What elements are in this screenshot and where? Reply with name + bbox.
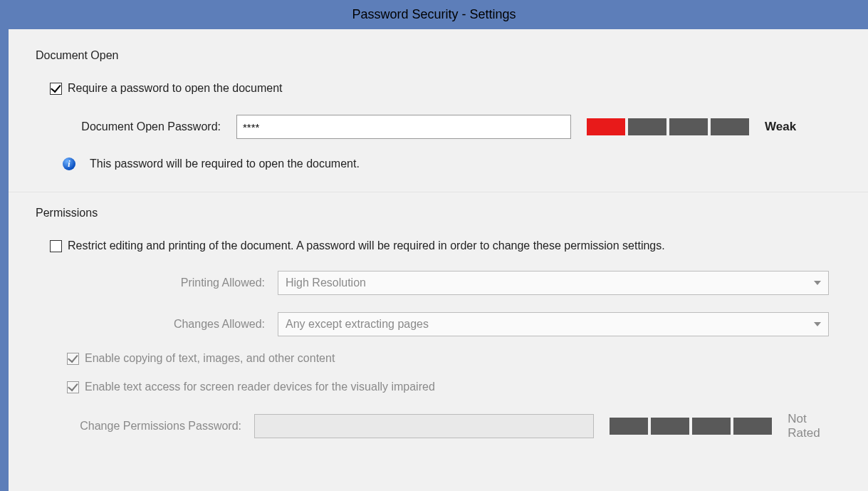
changes-allowed-select[interactable]: Any except extracting pages [278, 312, 829, 336]
document-open-password-label: Document Open Password: [37, 120, 236, 133]
change-permissions-password-row: Change Permissions Password: Not Rated [30, 412, 841, 440]
changes-allowed-label: Changes Allowed: [30, 318, 278, 331]
window-title: Password Security - Settings [352, 7, 516, 22]
open-password-info-row: i This password will be required to open… [30, 157, 848, 170]
require-password-checkbox[interactable] [50, 83, 62, 95]
enable-access-checkbox [67, 381, 79, 393]
enable-access-label: Enable text access for screen reader dev… [85, 381, 435, 393]
enable-access-row: Enable text access for screen reader dev… [30, 381, 841, 393]
restrict-editing-label: Restrict editing and printing of the doc… [68, 239, 665, 252]
restrict-editing-row: Restrict editing and printing of the doc… [50, 239, 841, 252]
restrict-editing-checkbox[interactable] [50, 240, 62, 252]
printing-allowed-row: Printing Allowed: High Resolution [30, 271, 841, 295]
perm-password-strength-label: Not Rated [788, 412, 841, 440]
change-permissions-password-label: Change Permissions Password: [30, 420, 254, 433]
enable-copy-row: Enable copying of text, images, and othe… [30, 352, 841, 365]
section-title-document-open: Document Open [9, 29, 868, 68]
section-body-document-open: Require a password to open the document … [9, 82, 868, 192]
printing-allowed-select[interactable]: High Resolution [278, 271, 829, 295]
open-password-strength-label: Weak [765, 120, 796, 134]
section-title-permissions: Permissions [9, 192, 868, 225]
chevron-down-icon [814, 281, 821, 285]
enable-copy-label: Enable copying of text, images, and othe… [85, 352, 335, 365]
strength-seg-2 [628, 118, 666, 135]
client-area: Document Open Require a password to open… [9, 29, 868, 491]
document-open-password-row: Document Open Password: Weak [37, 115, 848, 139]
strength-seg-1 [587, 118, 625, 135]
perm-password-strength-meter [610, 418, 772, 435]
require-password-row: Require a password to open the document [50, 82, 848, 95]
perm-strength-seg-4 [733, 418, 772, 435]
printing-allowed-value: High Resolution [286, 276, 366, 289]
document-open-password-input[interactable] [236, 115, 571, 139]
strength-seg-3 [669, 118, 708, 135]
open-password-strength-meter [587, 118, 749, 135]
section-body-permissions: Restrict editing and printing of the doc… [9, 239, 868, 459]
perm-strength-seg-1 [610, 418, 648, 435]
change-permissions-password-input [254, 414, 594, 438]
require-password-label: Require a password to open the document [68, 82, 283, 95]
enable-copy-checkbox [67, 353, 79, 365]
open-password-info-text: This password will be required to open t… [90, 157, 360, 170]
perm-strength-seg-2 [651, 418, 689, 435]
perm-strength-seg-3 [692, 418, 731, 435]
window-frame: Password Security - Settings Document Op… [0, 0, 868, 491]
strength-seg-4 [711, 118, 749, 135]
info-icon: i [63, 157, 75, 170]
section-permissions: Permissions Restrict editing and printin… [9, 192, 868, 459]
chevron-down-icon [814, 322, 821, 326]
titlebar: Password Security - Settings [0, 0, 868, 29]
changes-allowed-row: Changes Allowed: Any except extracting p… [30, 312, 841, 336]
printing-allowed-label: Printing Allowed: [30, 276, 278, 289]
section-document-open: Document Open Require a password to open… [9, 29, 868, 192]
changes-allowed-value: Any except extracting pages [286, 318, 429, 331]
